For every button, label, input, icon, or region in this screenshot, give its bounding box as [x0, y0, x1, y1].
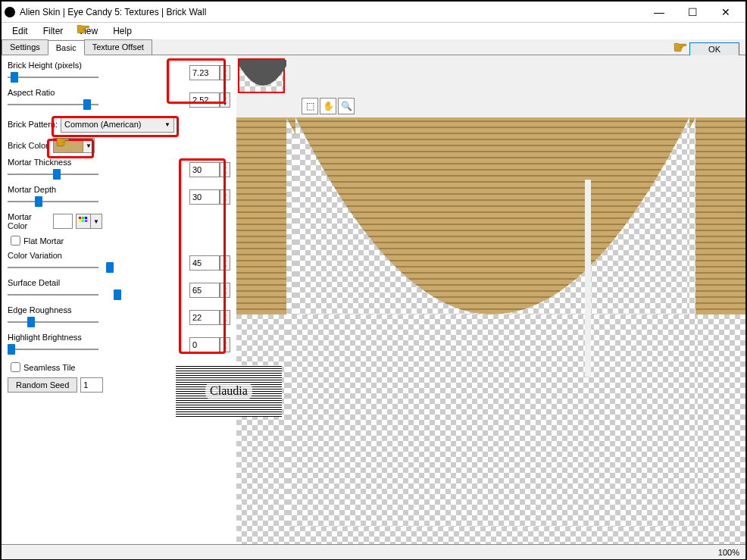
color-variation-input[interactable] — [189, 255, 220, 271]
color-variation-label: Color Variation — [8, 251, 95, 260]
aspect-ratio-label: Aspect Ratio — [8, 88, 95, 97]
close-button[interactable]: ✕ — [709, 2, 742, 22]
mortar-color-swatch[interactable] — [53, 214, 73, 229]
brick-height-input[interactable] — [189, 65, 220, 80]
flat-mortar-checkbox[interactable] — [11, 236, 20, 246]
mortar-color-palette-icon[interactable] — [76, 214, 91, 229]
menubar: Edit Filter View Help — [2, 23, 745, 39]
tab-settings[interactable]: Settings — [2, 39, 48, 55]
chevron-down-icon: ▼ — [164, 121, 170, 128]
mortar-color-label: Mortar Color — [8, 212, 53, 230]
zoom-icon[interactable]: 🔍 — [338, 98, 355, 114]
titlebar: Alien Skin | Eye Candy 5: Textures | Bri… — [2, 2, 745, 23]
svg-rect-0 — [79, 217, 81, 219]
brick-height-slider[interactable] — [8, 70, 98, 85]
mortar-thickness-label: Mortar Thickness — [8, 158, 95, 167]
watermark-text: Claudia — [205, 383, 252, 399]
menu-view[interactable]: View — [70, 24, 105, 38]
brick-color-label: Brick Color — [8, 141, 53, 150]
random-seed-button[interactable]: Random Seed — [8, 377, 77, 393]
fit-icon[interactable]: ⬚ — [302, 98, 318, 114]
color-variation-spinner[interactable]: ▲▼ — [220, 255, 230, 271]
preview-gap — [585, 180, 591, 377]
mortar-depth-label: Mortar Depth — [8, 185, 95, 194]
hand-cursor-icon — [55, 133, 73, 148]
edge-roughness-label: Edge Roughness — [8, 305, 95, 314]
zoom-label: 100% — [718, 548, 739, 557]
preview-thumbnail[interactable] — [238, 58, 285, 93]
surface-detail-input[interactable] — [189, 283, 220, 298]
mortar-thickness-spinner[interactable]: ▲▼ — [220, 162, 230, 177]
svg-rect-1 — [82, 217, 84, 219]
color-variation-slider[interactable] — [8, 260, 98, 275]
aspect-ratio-spinner[interactable]: ▲▼ — [220, 92, 230, 108]
surface-detail-label: Surface Detail — [8, 278, 95, 287]
surface-detail-spinner[interactable]: ▲▼ — [220, 283, 230, 298]
highlight-brightness-slider[interactable] — [8, 342, 98, 357]
mortar-thickness-slider[interactable] — [8, 167, 98, 182]
tab-texture-offset[interactable]: Texture Offset — [84, 39, 152, 55]
brick-height-label: Brick Height (pixels) — [8, 61, 95, 70]
mortar-depth-spinner[interactable]: ▲▼ — [220, 189, 230, 205]
minimize-button[interactable]: — — [642, 2, 676, 22]
aspect-ratio-input[interactable] — [189, 92, 220, 108]
brick-pattern-value: Common (American) — [64, 120, 141, 129]
left-panel: Brick Height (pixels) ▲▼ Aspect Ratio ▲▼… — [2, 55, 236, 544]
svg-rect-5 — [85, 220, 87, 222]
edge-roughness-input[interactable] — [189, 310, 220, 325]
flat-mortar-label: Flat Mortar — [23, 236, 64, 246]
mortar-color-dropdown[interactable]: ▼ — [90, 214, 102, 229]
edge-roughness-slider[interactable] — [8, 314, 98, 330]
brick-color-swatch[interactable] — [53, 138, 83, 153]
ok-button[interactable]: OK — [689, 42, 739, 56]
watermark: Claudia — [176, 365, 282, 417]
highlight-brightness-spinner[interactable]: ▲▼ — [220, 337, 230, 352]
edge-roughness-spinner[interactable]: ▲▼ — [220, 310, 230, 325]
mortar-thickness-input[interactable] — [189, 162, 220, 177]
brick-height-spinner[interactable]: ▲▼ — [220, 65, 230, 80]
mortar-depth-input[interactable] — [189, 189, 220, 205]
status-bar: 100% — [2, 544, 745, 559]
random-seed-input[interactable] — [80, 377, 103, 393]
menu-edit[interactable]: Edit — [5, 24, 36, 38]
svg-rect-3 — [79, 220, 81, 222]
seamless-tile-checkbox[interactable] — [11, 362, 20, 372]
brick-pattern-label: Brick Pattern: — [8, 120, 61, 129]
pan-icon[interactable]: ✋ — [320, 98, 336, 114]
brick-pattern-combo[interactable]: Common (American) ▼ — [61, 116, 174, 133]
brick-color-dropdown[interactable]: ▼ — [83, 138, 95, 153]
svg-rect-4 — [82, 220, 84, 222]
seamless-tile-label: Seamless Tile — [23, 363, 75, 372]
svg-rect-2 — [85, 217, 87, 219]
preview-canvas[interactable] — [236, 117, 745, 544]
highlight-brightness-label: Highlight Brightness — [8, 333, 95, 342]
maximize-button[interactable]: ☐ — [676, 2, 709, 22]
window-title: Alien Skin | Eye Candy 5: Textures | Bri… — [20, 7, 642, 17]
highlight-brightness-input[interactable] — [189, 337, 220, 352]
app-icon — [5, 7, 15, 17]
menu-help[interactable]: Help — [105, 24, 139, 38]
mortar-depth-slider[interactable] — [8, 194, 98, 209]
aspect-ratio-slider[interactable] — [8, 97, 98, 112]
preview-panel: ⬚ ✋ 🔍 — [236, 55, 745, 544]
tabs-header: Settings Basic Texture Offset — [2, 39, 745, 55]
surface-detail-slider[interactable] — [8, 287, 98, 302]
tab-basic[interactable]: Basic — [48, 40, 85, 55]
menu-filter[interactable]: Filter — [36, 24, 71, 38]
